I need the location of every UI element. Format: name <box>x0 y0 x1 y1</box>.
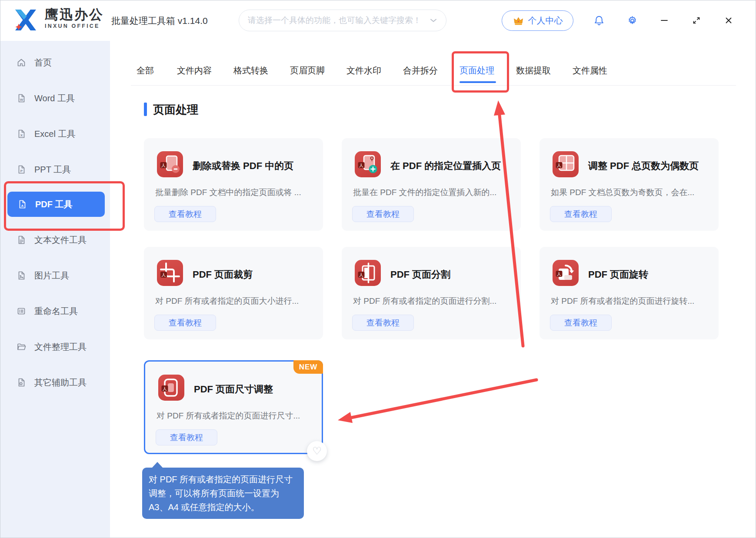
sidebar-item-label: 图片工具 <box>34 270 69 282</box>
svg-text:人: 人 <box>161 163 166 168</box>
search-input[interactable]: 请选择一个具体的功能，也可输入关键字搜索！ <box>239 10 446 31</box>
gear-icon <box>626 15 638 27</box>
tooltip-arrow <box>152 462 163 468</box>
sidebar-item-text-file-tools[interactable]: 文本文件工具 <box>0 227 110 252</box>
card-description: 如果 PDF 文档总页数为奇数页，会在... <box>551 187 708 198</box>
view-tutorial-button[interactable]: 查看教程 <box>154 315 216 331</box>
card-pdf-page-resize[interactable]: NEW 人 PDF 页面尺寸调整 对 PDF 所有或者指定的页面进行尺寸... … <box>144 360 323 454</box>
sidebar <box>0 41 110 538</box>
sidebar-item-file-organize-tools[interactable]: 文件整理工具 <box>0 334 110 359</box>
settings-button[interactable] <box>626 14 639 27</box>
sidebar-item-rename-tools[interactable]: 重命名工具 <box>0 299 110 324</box>
pdf-file-icon: A <box>17 199 27 209</box>
svg-text:X: X <box>20 133 23 137</box>
misc-file-icon <box>16 377 27 388</box>
sidebar-item-label: Excel 工具 <box>34 128 75 140</box>
minimize-icon <box>659 15 670 26</box>
sidebar-item-label: 首页 <box>34 57 52 69</box>
sidebar-item-label: PDF 工具 <box>35 199 73 210</box>
personal-center-label: 个人中心 <box>528 15 563 27</box>
sidebar-item-ppt-tools[interactable]: P PPT 工具 <box>0 157 110 182</box>
tab-file-properties[interactable]: 文件属性 <box>573 65 607 76</box>
section-title: 页面处理 <box>153 102 198 117</box>
view-tutorial-button[interactable]: 查看教程 <box>156 429 217 445</box>
card-pdf-page-crop[interactable]: 人 PDF 页面裁剪 对 PDF 所有或者指定的页面大小进行... 查看教程 <box>144 247 323 339</box>
notification-bell-button[interactable] <box>593 14 606 27</box>
view-tutorial-button[interactable]: 查看教程 <box>154 206 216 222</box>
sidebar-item-home[interactable]: 首页 <box>0 50 110 75</box>
text-file-icon <box>16 235 27 245</box>
even-pages-icon: 人 <box>553 151 579 177</box>
svg-text:A: A <box>21 204 24 208</box>
sidebar-item-word-tools[interactable]: W Word 工具 <box>0 86 110 111</box>
sidebar-item-pdf-tools[interactable]: A PDF 工具 <box>7 192 105 217</box>
sidebar-item-other-tools[interactable]: 其它辅助工具 <box>0 370 110 395</box>
card-insert-pdf-pages[interactable]: 人 在 PDF 的指定位置插入页 批量在 PDF 文件的指定位置插入新的... … <box>342 138 521 231</box>
card-pdf-page-split[interactable]: 人 PDF 页面分割 对 PDF 所有或者指定的页面进行分割... 查看教程 <box>342 247 521 339</box>
split-pdf-page-icon: 人 <box>355 260 381 286</box>
home-icon <box>16 57 27 68</box>
brand-name-cn: 鹰迅办公 <box>45 8 104 21</box>
svg-text:W: W <box>20 98 23 102</box>
active-tab-underline <box>460 81 496 83</box>
personal-center-button[interactable]: 个人中心 <box>502 10 573 31</box>
tab-header-footer[interactable]: 页眉页脚 <box>290 65 325 76</box>
card-even-page-count[interactable]: 人 调整 PDF 总页数为偶数页 如果 PDF 文档总页数为奇数页，会在... … <box>540 138 719 231</box>
card-delete-replace-pdf-pages[interactable]: 人 删除或替换 PDF 中的页 批量删除 PDF 文档中的指定页面或将 ... … <box>144 138 323 231</box>
card-tooltip: 对 PDF 所有或者指定的页面进行尺寸调整，可以将所有页面统一设置为 A3、A4… <box>142 468 304 519</box>
svg-text:人: 人 <box>162 272 166 277</box>
app-window: 鹰迅办公 INXUN OFFICE 批量处理工具箱 v1.14.0 请选择一个具… <box>0 0 756 538</box>
view-tutorial-button[interactable]: 查看教程 <box>352 315 414 331</box>
card-title: 删除或替换 PDF 中的页 <box>193 159 293 173</box>
chevron-down-icon <box>430 18 437 23</box>
minimize-button[interactable] <box>658 14 671 27</box>
view-tutorial-button[interactable]: 查看教程 <box>550 315 612 331</box>
bell-icon <box>593 15 605 26</box>
svg-text:人: 人 <box>557 272 561 276</box>
maximize-button[interactable] <box>690 14 703 27</box>
favorite-button[interactable]: ♡ <box>307 441 327 461</box>
svg-text:P: P <box>20 169 23 173</box>
card-title: 调整 PDF 总页数为偶数页 <box>588 159 699 173</box>
search-placeholder: 请选择一个具体的功能，也可输入关键字搜索！ <box>248 15 430 26</box>
view-tutorial-button[interactable]: 查看教程 <box>550 206 612 222</box>
sidebar-item-label: PPT 工具 <box>34 164 71 176</box>
sidebar-item-excel-tools[interactable]: X Excel 工具 <box>0 121 110 146</box>
card-pdf-page-rotate[interactable]: 人 PDF 页面旋转 对 PDF 所有或者指定的页面进行旋转... 查看教程 <box>540 247 719 339</box>
resize-pdf-page-icon: 人 <box>158 375 184 401</box>
sidebar-item-label: 文件整理工具 <box>34 341 87 353</box>
heart-icon: ♡ <box>312 445 322 457</box>
sidebar-item-label: 重命名工具 <box>34 306 78 317</box>
svg-text:人: 人 <box>359 163 363 168</box>
tab-format-convert[interactable]: 格式转换 <box>233 65 268 76</box>
sidebar-item-label: 其它辅助工具 <box>34 377 87 389</box>
header: 鹰迅办公 INXUN OFFICE 批量处理工具箱 v1.14.0 请选择一个具… <box>0 0 756 41</box>
crop-pdf-page-icon: 人 <box>157 260 183 286</box>
tooltip-text: 对 PDF 所有或者指定的页面进行尺寸调整，可以将所有页面统一设置为 A3、A4… <box>149 475 293 512</box>
tab-data-extract[interactable]: 数据提取 <box>516 65 551 76</box>
card-title: PDF 页面尺寸调整 <box>194 383 273 396</box>
folder-open-icon <box>16 342 27 352</box>
sidebar-item-image-tools[interactable]: 图片工具 <box>0 263 110 288</box>
rename-list-icon <box>16 306 27 316</box>
sidebar-item-label: 文本文件工具 <box>34 234 87 246</box>
crown-icon <box>513 16 524 26</box>
maximize-icon <box>691 15 702 26</box>
tab-watermark[interactable]: 文件水印 <box>346 65 381 76</box>
word-file-icon: W <box>16 93 27 103</box>
tab-all[interactable]: 全部 <box>137 65 154 76</box>
tab-merge-split[interactable]: 合并拆分 <box>403 65 438 76</box>
brand-name-en: INXUN OFFICE <box>45 23 104 29</box>
view-tutorial-button[interactable]: 查看教程 <box>352 206 414 222</box>
card-description: 批量删除 PDF 文档中的指定页面或将 ... <box>155 187 313 198</box>
ppt-file-icon: P <box>16 164 27 175</box>
close-button[interactable] <box>722 14 735 27</box>
card-description: 对 PDF 所有或者指定的页面大小进行... <box>155 296 313 307</box>
tab-page-processing[interactable]: 页面处理 <box>460 65 494 76</box>
image-file-icon <box>16 270 27 281</box>
tabs-divider <box>131 85 736 86</box>
card-title: PDF 页面分割 <box>390 268 450 281</box>
tab-file-content[interactable]: 文件内容 <box>177 65 212 76</box>
insert-pdf-pages-icon: 人 <box>355 151 381 177</box>
card-description: 对 PDF 所有或者指定的页面进行旋转... <box>551 296 708 307</box>
